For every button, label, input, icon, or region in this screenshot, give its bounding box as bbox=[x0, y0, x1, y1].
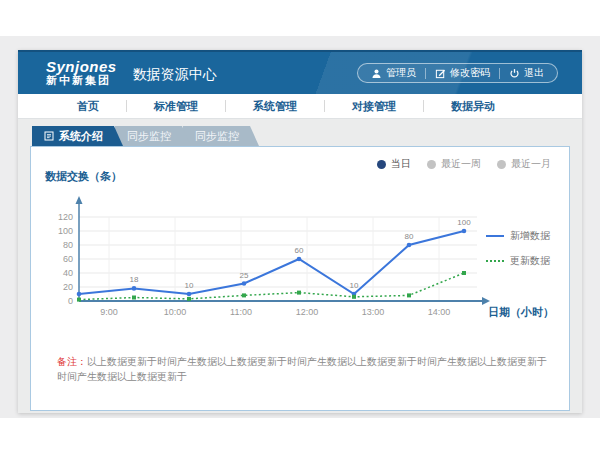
svg-text:9:00: 9:00 bbox=[100, 307, 118, 317]
svg-text:60: 60 bbox=[63, 254, 73, 264]
svg-text:10:00: 10:00 bbox=[164, 307, 187, 317]
y-axis-title: 数据交换（条） bbox=[45, 169, 122, 184]
nav-item-connection-management[interactable]: 对接管理 bbox=[325, 99, 423, 114]
radio-today[interactable]: 当日 bbox=[377, 157, 411, 171]
content-area: 系统介绍 同步监控 同步监控 当日 最近一周 bbox=[18, 119, 582, 413]
radio-dot bbox=[427, 160, 436, 169]
radio-dot bbox=[497, 160, 506, 169]
time-range-filter: 当日 最近一周 最近一月 bbox=[377, 157, 551, 171]
synjones-logo: Synjones 新中新集团 bbox=[46, 59, 117, 86]
radio-dot bbox=[377, 160, 386, 169]
change-password-label: 修改密码 bbox=[450, 66, 490, 80]
svg-text:12:00: 12:00 bbox=[296, 307, 319, 317]
change-password-button[interactable]: 修改密码 bbox=[426, 66, 499, 80]
svg-text:10: 10 bbox=[185, 281, 194, 290]
svg-text:60: 60 bbox=[295, 246, 304, 255]
radio-last-month[interactable]: 最近一月 bbox=[497, 157, 551, 171]
legend-label: 更新数据 bbox=[510, 254, 550, 268]
svg-text:100: 100 bbox=[58, 226, 73, 236]
svg-text:11:00: 11:00 bbox=[230, 307, 252, 317]
svg-text:20: 20 bbox=[63, 282, 73, 292]
logout-label: 退出 bbox=[524, 66, 544, 80]
radio-last-week[interactable]: 最近一周 bbox=[427, 157, 481, 171]
chart-panel: 当日 最近一周 最近一月 数据交换（条） 0204060801001209:00… bbox=[30, 146, 570, 411]
nav-item-standard-management[interactable]: 标准管理 bbox=[127, 99, 225, 114]
svg-text:100: 100 bbox=[457, 218, 471, 227]
svg-text:25: 25 bbox=[240, 271, 249, 280]
user-icon bbox=[371, 68, 382, 79]
tab-label: 同步监控 bbox=[195, 126, 239, 146]
nav-item-system-management[interactable]: 系统管理 bbox=[226, 99, 324, 114]
main-nav: 首页 标准管理 系统管理 对接管理 数据异动 bbox=[18, 94, 582, 119]
svg-text:80: 80 bbox=[63, 240, 73, 250]
radio-label: 当日 bbox=[391, 157, 411, 171]
radio-label: 最近一周 bbox=[441, 157, 481, 171]
username-label: 管理员 bbox=[386, 66, 416, 80]
svg-text:0: 0 bbox=[68, 296, 73, 306]
footnote-prefix: 备注： bbox=[57, 356, 87, 367]
document-icon bbox=[44, 131, 54, 141]
legend-line-swatch-solid bbox=[486, 235, 504, 237]
user-menu: 管理员 修改密码 退出 bbox=[357, 63, 558, 83]
radio-label: 最近一月 bbox=[511, 157, 551, 171]
tab-label: 同步监控 bbox=[127, 126, 171, 146]
svg-text:40: 40 bbox=[63, 268, 73, 278]
svg-text:10: 10 bbox=[350, 281, 359, 290]
svg-text:13:00: 13:00 bbox=[362, 307, 385, 317]
page-title: 数据资源中心 bbox=[133, 66, 217, 84]
nav-item-home[interactable]: 首页 bbox=[50, 99, 126, 114]
edit-icon bbox=[435, 68, 446, 79]
svg-text:14:00: 14:00 bbox=[428, 307, 451, 317]
svg-text:80: 80 bbox=[405, 232, 414, 241]
app-header: Synjones 新中新集团 数据资源中心 管理员 修改密码 bbox=[18, 50, 582, 94]
legend-item-new-data[interactable]: 新增数据 bbox=[486, 229, 550, 243]
user-account-button[interactable]: 管理员 bbox=[362, 66, 425, 80]
svg-text:18: 18 bbox=[130, 275, 139, 284]
logout-button[interactable]: 退出 bbox=[500, 66, 553, 80]
logo-text-cn: 新中新集团 bbox=[46, 75, 117, 87]
legend-item-updated-data[interactable]: 更新数据 bbox=[486, 254, 550, 268]
line-chart: 0204060801001209:0010:0011:0012:0013:001… bbox=[47, 189, 497, 321]
chart-legend: 新增数据 更新数据 bbox=[486, 229, 550, 279]
legend-line-swatch-dotted bbox=[486, 260, 504, 262]
x-axis-title: 日期（小时） bbox=[488, 305, 554, 320]
tab-system-intro[interactable]: 系统介绍 bbox=[32, 126, 123, 146]
nav-item-data-change[interactable]: 数据异动 bbox=[424, 99, 522, 114]
line-chart-svg: 0204060801001209:0010:0011:0012:0013:001… bbox=[47, 189, 497, 321]
legend-label: 新增数据 bbox=[510, 229, 550, 243]
tab-bar: 系统介绍 同步监控 同步监控 bbox=[32, 126, 570, 146]
svg-text:120: 120 bbox=[58, 212, 73, 222]
logo-text-en: Synjones bbox=[46, 59, 117, 75]
tab-sync-monitor-1[interactable]: 同步监控 bbox=[115, 126, 191, 146]
footnote-text: 以上数据更新于时间产生数据以上数据更新于时间产生数据以上数据更新于时间产生数据以… bbox=[57, 356, 547, 382]
power-icon bbox=[509, 68, 520, 79]
tab-label: 系统介绍 bbox=[59, 126, 103, 146]
app-window: Synjones 新中新集团 数据资源中心 管理员 修改密码 bbox=[18, 50, 582, 413]
footnote: 备注：以上数据更新于时间产生数据以上数据更新于时间产生数据以上数据更新于时间产生… bbox=[57, 355, 551, 384]
tab-sync-monitor-2[interactable]: 同步监控 bbox=[183, 126, 259, 146]
